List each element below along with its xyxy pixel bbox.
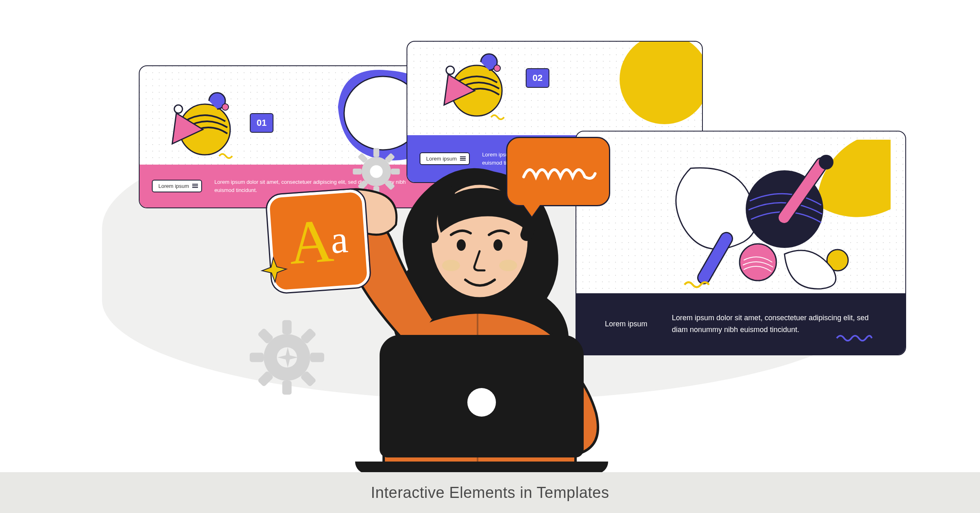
svg-rect-28 [250, 353, 264, 362]
geometric-composition-icon [662, 140, 891, 295]
squiggle-icon [836, 334, 873, 342]
caption-bar: Interactive Elements in Templates [0, 472, 980, 513]
laptop-logo-icon [467, 388, 496, 417]
svg-point-7 [446, 66, 454, 74]
caption-text: Interactive Elements in Templates [371, 484, 609, 502]
svg-rect-27 [282, 381, 292, 395]
abstract-shapes-icon [436, 50, 509, 123]
svg-point-39 [499, 260, 517, 271]
laptop-screen [380, 335, 584, 457]
letter-lowercase: a [329, 216, 349, 263]
abstract-shapes-icon [164, 89, 238, 162]
speech-bubble-icon [506, 137, 610, 206]
illustration-canvas: 01 Lorem ipsum Lorem ipsum dolor sit ame… [0, 0, 980, 472]
svg-point-37 [493, 239, 502, 251]
svg-point-3 [222, 104, 229, 110]
svg-point-11 [819, 155, 833, 170]
scribble-icon [520, 158, 599, 187]
svg-point-38 [442, 260, 460, 271]
card-body-text: Lorem ipsum dolor sit amet, consectetuer… [672, 312, 877, 336]
tag-chip: Lorem ipsum [152, 180, 202, 192]
svg-point-36 [457, 239, 466, 251]
card-number-badge: 02 [526, 68, 549, 88]
svg-rect-26 [282, 320, 292, 334]
card-number-badge: 01 [250, 113, 273, 133]
svg-point-8 [494, 65, 500, 71]
letter-capital: A [287, 205, 336, 278]
sparkle-icon [278, 347, 298, 368]
laptop-icon [355, 335, 608, 474]
burst-icon [259, 254, 289, 285]
typography-tile: A a [266, 189, 371, 293]
svg-point-2 [174, 105, 182, 113]
